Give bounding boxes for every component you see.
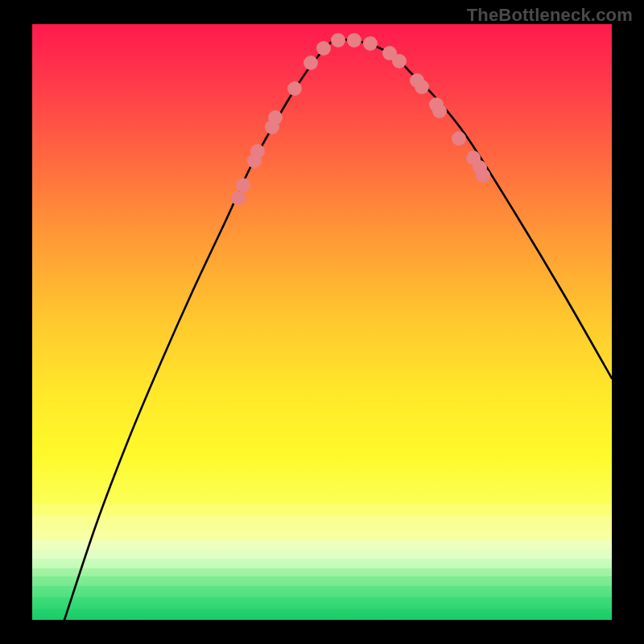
highlight-dot (331, 33, 345, 47)
watermark-text: TheBottleneck.com (467, 5, 633, 26)
highlight-dot (432, 104, 447, 118)
highlight-dot (316, 41, 331, 56)
highlight-dot (231, 191, 246, 205)
highlight-dot (347, 33, 361, 47)
highlight-dot (476, 168, 490, 183)
highlight-dot (236, 178, 250, 192)
highlight-dot (392, 54, 407, 68)
highlight-dot (250, 144, 265, 159)
bottleneck-curve (64, 39, 612, 620)
chart-frame: TheBottleneck.com (0, 0, 644, 644)
plot-area (32, 24, 612, 620)
highlight-dots-group (231, 33, 490, 205)
highlight-dot (303, 56, 318, 70)
curve-layer (32, 24, 612, 620)
highlight-dot (452, 131, 466, 146)
highlight-dot (268, 110, 283, 125)
highlight-dot (363, 36, 378, 51)
highlight-dot (287, 81, 302, 96)
highlight-dot (415, 80, 429, 94)
